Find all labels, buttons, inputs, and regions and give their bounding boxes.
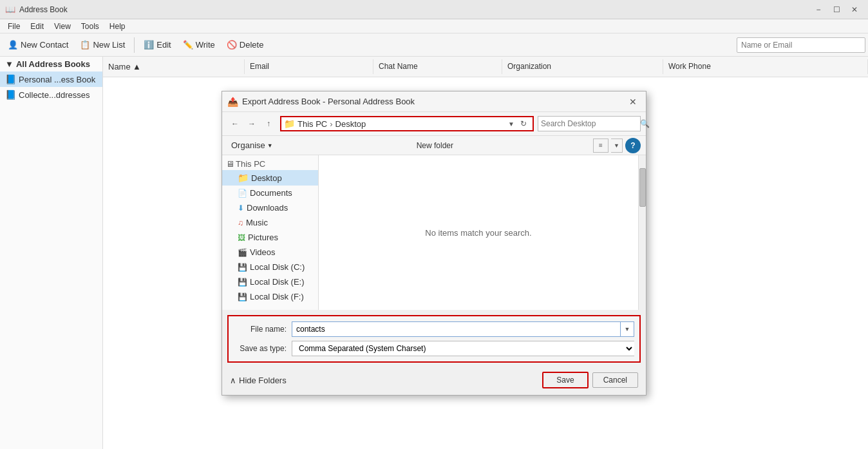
tree-item-downloads[interactable]: ⬇ Downloads [222,200,318,215]
help-button[interactable]: ? [625,138,641,153]
dialog-close-button[interactable]: ✕ [625,95,641,109]
export-dialog: 📤 Export Address Book - Personal Address… [222,91,646,396]
app-icon: 📖 [5,5,15,15]
new-folder-button[interactable]: New folder [411,140,458,151]
save-type-combo: Comma Separated (System Charset) [292,341,634,356]
disk-e-icon: 💾 [238,278,247,287]
window-controls: − ☐ ✕ [810,4,863,15]
menu-file[interactable]: File [3,21,25,32]
file-tree: 🖥 This PC 📁 Desktop 📄 Documents ⬇ Dow [222,155,319,310]
file-content-area: No items match your search. [319,155,638,310]
disk-f-label: Local Disk (F:) [250,292,304,301]
path-this-pc: This PC [297,119,327,129]
back-button[interactable]: ← [227,116,243,131]
window-title: Address Book [19,5,810,14]
up-button[interactable]: ↑ [261,116,276,131]
file-name-row: File name: ▼ [234,321,634,337]
dialog-bottom: File name: ▼ Save as type: Comma Separat… [227,315,641,363]
forward-button[interactable]: → [244,116,259,131]
title-bar: 📖 Address Book − ☐ ✕ [0,0,868,19]
dialog-footer: ∧ Hide Folders Save Cancel [222,368,646,395]
this-pc-header[interactable]: 🖥 This PC [222,158,318,170]
menu-view[interactable]: View [49,21,76,32]
vertical-scrollbar[interactable] [638,155,646,310]
tree-item-videos[interactable]: 🎬 Videos [222,245,318,260]
documents-icon: 📄 [238,189,247,198]
view-button[interactable]: ≡ [593,139,609,153]
videos-icon: 🎬 [238,248,247,257]
disk-c-label: Local Disk (C:) [250,262,305,272]
desktop-folder-icon: 📁 [238,173,249,183]
disk-c-icon: 💾 [238,263,247,272]
close-button[interactable]: ✕ [846,4,863,15]
file-search-input[interactable] [541,119,637,128]
save-type-select[interactable]: Comma Separated (System Charset) [292,341,634,356]
music-label: Music [246,218,268,227]
menu-edit[interactable]: Edit [25,21,49,32]
downloads-icon: ⬇ [238,204,244,213]
hide-folders-button[interactable]: ∧ Hide Folders [230,376,287,385]
dialog-overlay: 📤 Export Address Book - Personal Address… [0,37,868,449]
tree-item-documents[interactable]: 📄 Documents [222,186,318,200]
file-name-dropdown-button[interactable]: ▼ [620,321,634,337]
file-name-label: File name: [234,325,292,334]
search-box: 🔍 [538,116,641,131]
view-dropdown-button[interactable]: ▼ [611,139,623,153]
videos-label: Videos [250,247,276,257]
nav-bar: ← → ↑ 📁 This PC › Desktop ▼ ↻ 🔍 [222,112,646,136]
maximize-button[interactable]: ☐ [828,4,845,15]
desktop-label: Desktop [251,173,282,183]
tree-item-desktop[interactable]: 📁 Desktop [222,170,318,186]
disk-f-icon: 💾 [238,292,247,301]
chevron-up-icon: ∧ [230,376,236,385]
cancel-button[interactable]: Cancel [592,372,638,388]
menu-help[interactable]: Help [104,21,131,32]
save-type-label: Save as type: [234,344,292,353]
scrollbar-thumb[interactable] [639,168,646,207]
tree-item-disk-e[interactable]: 💾 Local Disk (E:) [222,274,318,289]
save-type-row: Save as type: Comma Separated (System Ch… [234,341,634,356]
search-icon-button[interactable]: 🔍 [640,119,650,128]
file-list-area: 🖥 This PC 📁 Desktop 📄 Documents ⬇ Dow [222,155,646,310]
path-bar[interactable]: 📁 This PC › Desktop ▼ ↻ [280,116,534,131]
file-name-input[interactable] [292,321,620,337]
organise-button[interactable]: Organise ▼ [227,139,277,151]
empty-message: No items match your search. [425,228,531,238]
monitor-icon: 🖥 [226,159,234,169]
file-toolbar: Organise ▼ New folder ≡ ▼ ? [222,136,646,155]
menu-tools[interactable]: Tools [76,21,104,32]
tree-item-pictures[interactable]: 🖼 Pictures [222,230,318,245]
tree-item-disk-f[interactable]: 💾 Local Disk (F:) [222,289,318,304]
this-pc-label: This PC [236,159,265,169]
path-refresh-button[interactable]: ↻ [517,119,530,128]
path-desktop: Desktop [335,119,366,129]
path-dropdown-button[interactable]: ▼ [508,120,514,128]
pictures-icon: 🖼 [238,233,245,242]
tree-item-disk-c[interactable]: 💾 Local Disk (C:) [222,260,318,274]
documents-label: Documents [250,188,292,198]
dialog-title-bar: 📤 Export Address Book - Personal Address… [222,91,646,112]
tree-item-music[interactable]: ♫ Music [222,215,318,230]
menu-bar: File Edit View Tools Help [0,19,868,33]
dialog-title-icon: 📤 [227,97,238,107]
pictures-label: Pictures [248,233,278,242]
dialog-title: Export Address Book - Personal Address B… [242,97,625,106]
path-folder-icon: 📁 [284,119,295,129]
disk-e-label: Local Disk (E:) [250,277,305,287]
minimize-button[interactable]: − [810,4,827,15]
music-icon: ♫ [238,218,243,227]
save-button[interactable]: Save [542,372,588,388]
file-name-combo: ▼ [292,321,634,337]
organise-dropdown-icon: ▼ [267,142,273,149]
downloads-label: Downloads [247,203,288,213]
